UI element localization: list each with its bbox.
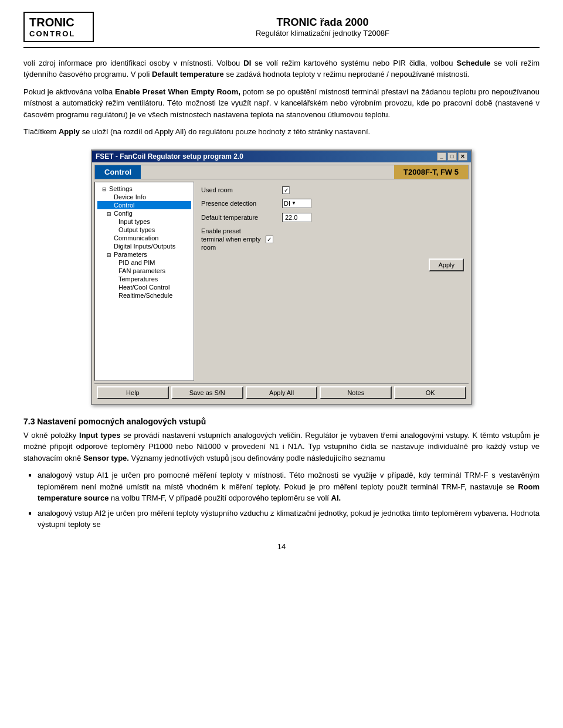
doc-title: TRONIC řada 2000 <box>106 16 540 29</box>
tree-item-realtime[interactable]: Realtime/Schedule <box>97 291 191 300</box>
paragraph-1: volí zdroj informace pro identifikaci os… <box>23 57 540 80</box>
tree-item-parameters[interactable]: ⊟Parameters <box>97 250 191 258</box>
logo-control: CONTROL <box>29 29 88 39</box>
default-temp-input[interactable]: 22.0 <box>282 213 311 222</box>
dialog: FSET - FanCoil Regulator setup program 2… <box>91 149 472 405</box>
presence-select[interactable]: DI ▼ <box>282 199 311 208</box>
page-header: TRONIC CONTROL TRONIC řada 2000 Reguláto… <box>23 12 540 48</box>
close-button[interactable]: ✕ <box>458 152 467 161</box>
help-button[interactable]: Help <box>97 386 169 399</box>
control-label: Control <box>95 165 141 179</box>
tree-item-settings[interactable]: ⊟Settings <box>97 185 191 193</box>
preset-checkbox[interactable]: ✓ <box>266 236 273 243</box>
tree-item-input-types[interactable]: Input types <box>97 217 191 226</box>
section-paragraph: V okně položky Input types se provádí na… <box>23 430 540 464</box>
maximize-button[interactable]: □ <box>447 152 457 161</box>
apply-all-button[interactable]: Apply All <box>246 386 318 399</box>
paragraph-3: Tlačítkem Apply se uloží (na rozdíl od A… <box>23 126 540 138</box>
tree-item-temperatures[interactable]: Temperatures <box>97 275 191 283</box>
used-room-label: Used room <box>201 186 277 193</box>
logo-tronic: TRONIC <box>29 15 88 29</box>
tree-item-config[interactable]: ⊟Config <box>97 209 191 217</box>
presence-label: Presence detection <box>201 200 277 207</box>
bullet-list: analogový vstup AI1 je určen pro pomocné… <box>38 470 540 530</box>
main-panel: Used room ✓ Presence detection DI ▼ Defa… <box>196 182 469 381</box>
tree-item-pid-pim[interactable]: PID and PIM <box>97 258 191 267</box>
preset-label: Enable presetterminal when emptyroom <box>201 227 261 252</box>
default-temp-row: Default temperature 22.0 <box>201 213 464 222</box>
dialog-footer: Help Save as S/N Apply All Notes OK <box>94 383 469 402</box>
dialog-wrapper: FSET - FanCoil Regulator setup program 2… <box>23 149 540 405</box>
tree-item-digital-io[interactable]: Digital Inputs/Outputs <box>97 242 191 250</box>
used-room-row: Used room ✓ <box>201 186 464 194</box>
presence-arrow: ▼ <box>291 200 296 206</box>
doc-subtitle: Regulátor klimatizační jednotky T2008F <box>106 29 540 38</box>
used-room-checkbox[interactable]: ✓ <box>282 186 290 194</box>
dialog-body: ⊟Settings Device Info Control ⊟Config In… <box>94 182 469 381</box>
page-number: 14 <box>23 542 540 551</box>
tree-item-fan-params[interactable]: FAN parameters <box>97 267 191 275</box>
apply-btn-wrap: Apply <box>201 258 464 271</box>
tree-item-communication[interactable]: Communication <box>97 234 191 242</box>
minimize-button[interactable]: _ <box>437 152 446 161</box>
presence-row: Presence detection DI ▼ <box>201 199 464 208</box>
control-header: Control T2008F-T, FW 5 <box>94 165 469 179</box>
titlebar-buttons: _ □ ✕ <box>437 152 467 161</box>
dialog-titlebar: FSET - FanCoil Regulator setup program 2… <box>92 151 471 162</box>
header-title: TRONIC řada 2000 Regulátor klimatizační … <box>106 16 540 38</box>
preset-row: Enable presetterminal when emptyroom ✓ <box>201 227 464 252</box>
device-label: T2008F-T, FW 5 <box>394 165 468 179</box>
notes-button[interactable]: Notes <box>320 386 392 399</box>
tree-panel: ⊟Settings Device Info Control ⊟Config In… <box>94 182 194 381</box>
section-heading: 7.3 Nastavení pomocných analogových vstu… <box>23 417 540 426</box>
apply-button[interactable]: Apply <box>429 258 464 271</box>
bullet-item-1: analogový vstup AI1 je určen pro pomocné… <box>38 470 540 504</box>
bullet-item-2: analogový vstup AI2 je určen pro měření … <box>38 508 540 530</box>
tree-item-device-info[interactable]: Device Info <box>97 193 191 201</box>
tree-item-heatcool[interactable]: Heat/Cool Control <box>97 283 191 291</box>
default-temp-label: Default temperature <box>201 214 277 221</box>
dialog-title: FSET - FanCoil Regulator setup program 2… <box>96 152 243 161</box>
ok-button[interactable]: OK <box>394 386 466 399</box>
save-sn-button[interactable]: Save as S/N <box>171 386 243 399</box>
dialog-inner: Control T2008F-T, FW 5 ⊟Settings Device … <box>92 162 471 404</box>
presence-value: DI <box>284 200 290 207</box>
logo: TRONIC CONTROL <box>23 12 94 42</box>
tree-item-control[interactable]: Control <box>97 201 191 209</box>
tree-item-output-types[interactable]: Output types <box>97 226 191 234</box>
paragraph-2: Pokud je aktivována volba Enable Preset … <box>23 86 540 121</box>
